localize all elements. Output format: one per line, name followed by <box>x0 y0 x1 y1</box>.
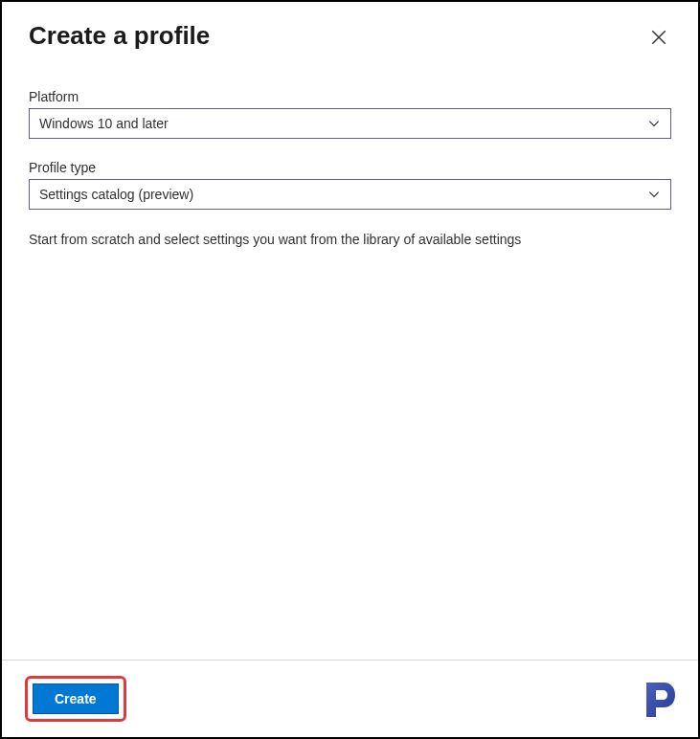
create-button[interactable]: Create <box>33 683 119 714</box>
dialog-title: Create a profile <box>29 21 210 51</box>
close-button[interactable] <box>646 25 671 50</box>
platform-select[interactable]: Windows 10 and later <box>29 108 671 139</box>
dialog-content: Platform Windows 10 and later Profile ty… <box>2 60 698 660</box>
create-highlight: Create <box>25 676 126 722</box>
watermark-logo <box>639 679 679 719</box>
chevron-down-icon <box>647 188 661 201</box>
dialog-footer: Create <box>2 660 698 737</box>
profile-type-label: Profile type <box>29 160 671 175</box>
close-icon <box>650 29 667 46</box>
chevron-down-icon <box>647 117 661 130</box>
profile-type-value: Settings catalog (preview) <box>39 187 193 202</box>
platform-label: Platform <box>29 89 671 104</box>
platform-value: Windows 10 and later <box>39 116 169 131</box>
profile-type-select[interactable]: Settings catalog (preview) <box>29 179 671 210</box>
profile-description: Start from scratch and select settings y… <box>29 231 671 250</box>
dialog-header: Create a profile <box>2 2 698 60</box>
